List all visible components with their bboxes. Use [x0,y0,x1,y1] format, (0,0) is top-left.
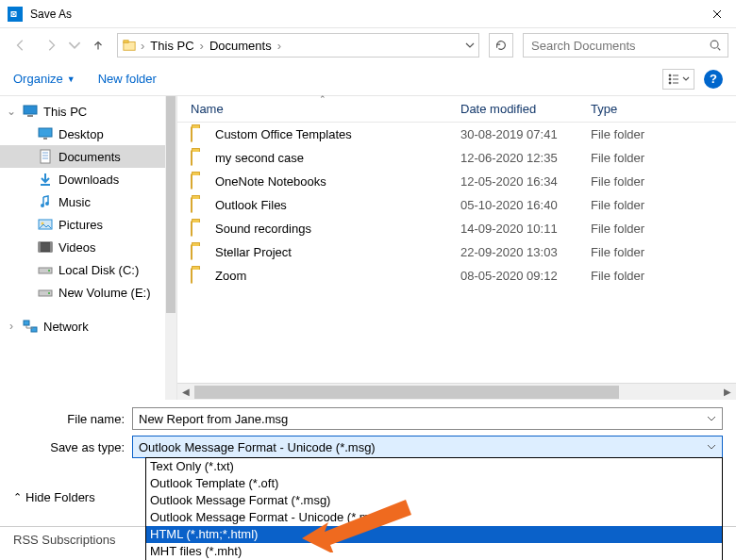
hide-folders-button[interactable]: ⌃ Hide Folders [13,490,95,504]
pictures-icon [38,217,53,232]
forward-button[interactable] [38,32,64,58]
tree-documents[interactable]: Documents [0,145,165,168]
type-option[interactable]: MHT files (*.mht) [146,543,722,560]
music-icon [38,194,53,209]
col-name[interactable]: Name [191,102,460,116]
chevron-right-icon[interactable]: › [276,39,283,53]
file-date: 08-05-2020 09:12 [460,269,591,283]
file-name: my second case [215,151,460,165]
tree-scrollbar[interactable] [165,96,176,400]
filename-value: New Report from Jane.msg [139,412,288,426]
breadcrumb-root[interactable]: This PC [146,34,197,57]
folder-icon [191,127,208,142]
tree-downloads[interactable]: Downloads [0,168,165,190]
type-option[interactable]: Outlook Message Format (*.msg) [146,492,722,509]
file-type: File folder [591,198,736,212]
table-row[interactable]: my second case 12-06-2020 12:35 File fol… [177,146,736,170]
table-row[interactable]: Custom Office Templates 30-08-2019 07:41… [177,123,736,146]
tree-local-disk[interactable]: Local Disk (C:) [0,258,165,281]
sort-indicator-icon: ⌃ [319,94,326,104]
search-box[interactable] [523,33,728,58]
organize-menu[interactable]: Organize ▼ [13,72,75,86]
type-dropdown-list[interactable]: Text Only (*.txt)Outlook Template (*.oft… [145,457,723,560]
tree-network[interactable]: › Network [0,315,165,338]
chevron-down-icon[interactable] [707,414,716,423]
file-name: Sound recordings [215,222,460,236]
chevron-down-icon[interactable] [465,41,475,50]
svg-rect-26 [24,321,29,325]
outlook-icon: O [8,7,23,22]
tree-label: Downloads [59,173,119,187]
chevron-right-icon[interactable]: › [139,39,146,53]
type-option[interactable]: Text Only (*.txt) [146,458,722,475]
table-row[interactable]: OneNote Notebooks 12-05-2020 16:34 File … [177,170,736,193]
svg-text:O: O [11,11,16,17]
tree-desktop[interactable]: Desktop [0,123,165,145]
tree-videos[interactable]: Videos [0,236,165,258]
svg-rect-12 [43,138,47,140]
tree-new-volume[interactable]: New Volume (E:) [0,281,165,304]
breadcrumb-folder[interactable]: Documents [206,34,276,57]
svg-point-7 [669,78,671,80]
type-option[interactable]: Outlook Message Format - Unicode (*.msg) [146,509,722,526]
scroll-right-icon[interactable]: ▶ [719,384,736,401]
tree-label: New Volume (E:) [59,286,151,300]
folder-icon [191,222,208,237]
recent-dropdown[interactable] [68,32,81,58]
collapse-icon[interactable]: ⌄ [6,105,17,118]
tree-pictures[interactable]: Pictures [0,213,165,236]
filename-input[interactable]: New Report from Jane.msg [132,407,723,430]
nav-tree[interactable]: ⌄ This PC Desktop Documents Downloads Mu… [0,96,165,400]
close-button[interactable] [698,0,736,28]
type-option[interactable]: Outlook Template (*.oft) [146,475,722,492]
file-name: OneNote Notebooks [215,174,460,189]
main-area: ⌄ This PC Desktop Documents Downloads Mu… [0,96,736,400]
column-headers[interactable]: ⌃ Name Date modified Type [177,96,736,123]
network-icon [23,319,38,334]
horizontal-scrollbar[interactable]: ◀ ▶ [177,383,736,400]
svg-rect-21 [50,242,52,252]
view-options-button[interactable] [662,69,694,90]
help-button[interactable]: ? [704,70,723,89]
scroll-left-icon[interactable]: ◀ [177,384,194,401]
download-icon [38,172,53,187]
refresh-button[interactable] [489,33,513,58]
hide-folders-label: Hide Folders [25,490,95,504]
save-as-type-select[interactable]: Outlook Message Format - Unicode (*.msg) [132,436,723,458]
monitor-icon [23,104,38,119]
file-date: 22-09-2020 13:03 [460,245,591,259]
svg-rect-10 [27,115,33,117]
tree-this-pc[interactable]: ⌄ This PC [0,100,165,123]
document-icon [38,149,53,164]
organize-label: Organize [13,72,63,86]
file-type: File folder [591,245,736,259]
address-bar[interactable]: › This PC › Documents › [117,33,479,58]
table-row[interactable]: Sound recordings 14-09-2020 10:11 File f… [177,217,736,240]
col-type[interactable]: Type [591,102,736,116]
videos-icon [38,239,53,255]
svg-rect-13 [41,150,50,163]
file-name: Custom Office Templates [215,127,460,141]
tree-label: Videos [59,240,96,255]
search-input[interactable] [529,38,709,54]
folder-icon [191,151,208,166]
tree-label: Desktop [59,127,104,141]
table-row[interactable]: Outlook Files 05-10-2020 16:40 File fold… [177,193,736,217]
back-button[interactable] [8,32,34,58]
type-option[interactable]: HTML (*.htm;*.html) [146,526,722,543]
up-button[interactable] [85,32,111,58]
file-type: File folder [591,222,736,236]
tree-label: Music [59,195,91,209]
tree-music[interactable]: Music [0,190,165,213]
svg-point-6 [669,74,671,76]
col-date[interactable]: Date modified [460,102,591,116]
chevron-right-icon[interactable]: › [198,39,206,53]
expand-icon[interactable]: › [6,320,17,333]
new-folder-button[interactable]: New folder [98,72,157,86]
table-row[interactable]: Zoom 08-05-2020 09:12 File folder [177,264,736,288]
svg-rect-11 [39,128,52,137]
chevron-down-icon[interactable] [707,442,716,452]
file-name: Stellar Project [215,245,460,259]
table-row[interactable]: Stellar Project 22-09-2020 13:03 File fo… [177,240,736,264]
file-type: File folder [591,151,736,165]
